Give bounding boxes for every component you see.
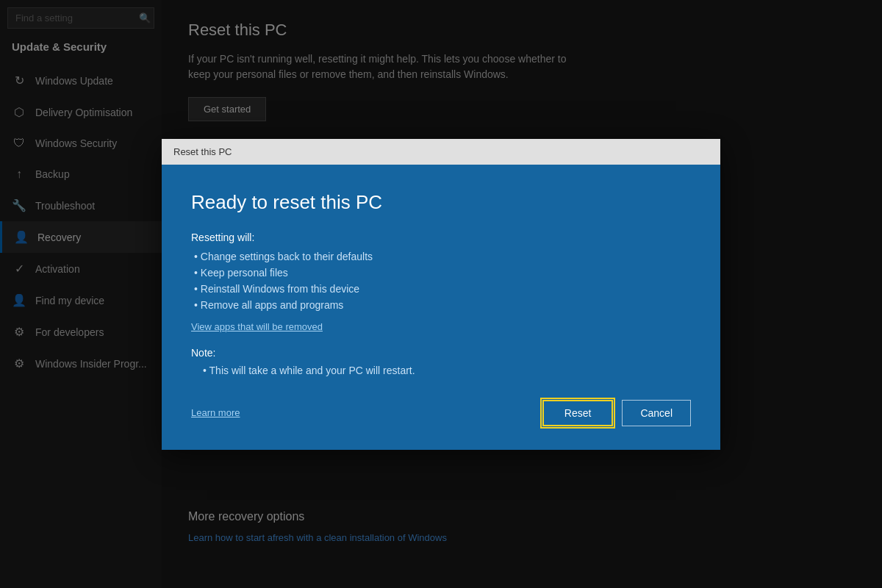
bullet-2: • Keep personal files [191,267,691,279]
resetting-will-label: Resetting will: [191,232,691,243]
reset-button[interactable]: Reset [542,400,614,426]
reset-modal: Reset this PC Ready to reset this PC Res… [162,139,720,450]
modal-buttons: Reset Cancel [542,400,691,426]
view-apps-link[interactable]: View apps that will be removed [191,321,323,332]
bullet-3: • Reinstall Windows from this device [191,283,691,295]
bullet-4: • Remove all apps and programs [191,299,691,311]
modal-overlay: Reset this PC Ready to reset this PC Res… [0,0,882,588]
note-label: Note: [191,347,691,359]
cancel-button[interactable]: Cancel [622,400,691,426]
modal-body: Ready to reset this PC Resetting will: •… [162,165,720,400]
note-bullet: • This will take a while and your PC wil… [191,365,691,376]
modal-titlebar: Reset this PC [162,139,720,165]
modal-footer: Learn more Reset Cancel [162,400,720,450]
learn-more-link[interactable]: Learn more [191,407,240,418]
bullet-1: • Change settings back to their defaults [191,251,691,262]
modal-heading: Ready to reset this PC [191,191,691,214]
